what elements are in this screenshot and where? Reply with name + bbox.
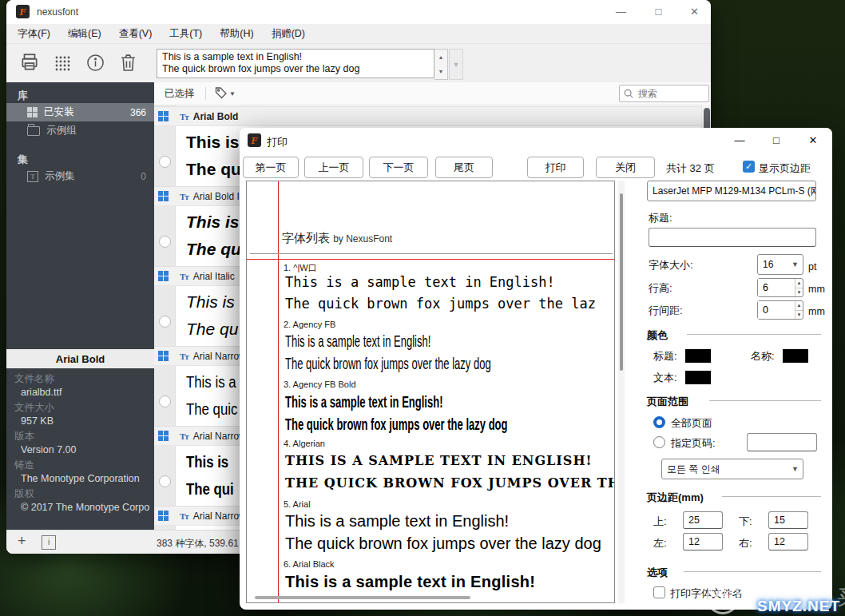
print-icon[interactable]	[19, 52, 40, 73]
file-name-value: arialbd.ttf	[21, 387, 150, 398]
preview-entry-line: This is a sample text in English!	[285, 332, 430, 351]
sidebar-item-sample-group[interactable]: 示例组	[6, 121, 154, 140]
status-text: 383 种字体, 539.61 M	[157, 537, 240, 550]
menubar: 字体(F) 编辑(E) 查看(V) 工具(T) 帮助(H) 捐赠(D)	[6, 24, 711, 44]
minimize-button[interactable]: —	[733, 128, 746, 153]
font-type-icon: Tᴛ	[180, 511, 188, 521]
total-pages-text: 共计 32 页	[666, 161, 715, 176]
show-margins-checkbox[interactable]: ✓	[743, 161, 755, 173]
sample-text-spinner[interactable]: ▲▼	[434, 49, 448, 80]
font-row-radio[interactable]	[159, 395, 171, 407]
printer-select[interactable]: LaserJet MFP M129-M134 PCLm-S (网	[647, 181, 816, 201]
close-button[interactable]: ✕	[807, 128, 819, 153]
font-row-radio[interactable]	[159, 236, 171, 248]
line-height-label: 行高:	[649, 281, 672, 296]
text-color-swatch[interactable]	[685, 371, 711, 384]
prev-page-button[interactable]: 上一页	[304, 157, 363, 178]
all-pages-radio[interactable]	[653, 416, 665, 428]
minimize-button[interactable]: —	[615, 0, 627, 24]
print-font-size-select[interactable]: 16▼	[757, 254, 803, 275]
last-page-button[interactable]: 尾页	[435, 157, 493, 178]
sidebar-item-sample-set[interactable]: T 示例集 0	[6, 167, 154, 185]
font-row-header[interactable]: Tᴛ Arial Bold	[154, 106, 711, 126]
sidebar-item-installed[interactable]: 已安装 366	[6, 103, 154, 121]
sample-text-line2: The quick brown fox jumps over the lazy …	[162, 63, 429, 75]
close-print-button[interactable]: 关闭	[596, 157, 655, 178]
tag-dropdown-icon[interactable]: ▼	[229, 90, 236, 97]
preview-vscrollbar-thumb[interactable]	[620, 193, 623, 371]
title-color-swatch[interactable]	[685, 349, 711, 363]
margin-bottom-input[interactable]	[768, 511, 808, 529]
font-row-radio[interactable]	[159, 316, 171, 328]
sets-header: 集	[18, 153, 28, 167]
maximize-button[interactable]: □	[653, 0, 664, 24]
list-scrollbar-thumb[interactable]	[704, 108, 710, 130]
selected-button[interactable]: 已选择	[165, 87, 195, 101]
grid-view-icon[interactable]	[54, 55, 70, 71]
maximize-button[interactable]: □	[770, 128, 783, 153]
search-box[interactable]	[619, 85, 709, 102]
sample-text-input[interactable]: This is a sample text in English! The qu…	[157, 49, 434, 78]
close-button[interactable]: ✕	[688, 0, 700, 24]
copyright-label: 版权	[14, 487, 34, 501]
page-numbers-input[interactable]	[747, 433, 817, 451]
title-input[interactable]	[649, 228, 816, 247]
header-rule	[250, 253, 613, 254]
preview-entry-label: 1. ^|W口	[284, 262, 317, 274]
font-row-radio[interactable]	[159, 156, 171, 168]
sample-history-dropdown[interactable]: ▼	[449, 49, 463, 80]
sample-text-line1: This is a sample text in English!	[162, 51, 429, 63]
font-type-icon: Tᴛ	[180, 431, 188, 441]
margin-right-input[interactable]	[768, 533, 808, 550]
search-icon	[624, 89, 633, 98]
print-dialog-titlebar[interactable]: F 打印 — □ ✕	[240, 128, 832, 153]
line-height-spinner[interactable]: ▲▼	[757, 278, 803, 297]
menu-donate[interactable]: 捐赠(D)	[272, 27, 305, 41]
menu-help[interactable]: 帮助(H)	[220, 27, 253, 41]
first-page-button[interactable]: 第一页	[243, 157, 299, 178]
line-gap-spinner[interactable]: ▲▼	[757, 300, 803, 320]
print-font-file-checkbox[interactable]	[653, 586, 665, 598]
file-size-value: 957 KB	[21, 415, 150, 427]
all-pages-label: 全部页面	[671, 416, 712, 431]
tag-icon[interactable]	[215, 86, 228, 99]
foundry-value: The Monotype Corporation	[21, 473, 150, 484]
preview-entry-label: 5. Arial	[284, 499, 311, 509]
menu-edit[interactable]: 编辑(E)	[68, 27, 101, 41]
chevron-down-icon: ▼	[791, 260, 799, 268]
margin-right-label: 右:	[739, 536, 752, 550]
info-box-icon[interactable]: i	[42, 535, 56, 550]
next-page-button[interactable]: 下一页	[369, 157, 428, 178]
margin-left-input[interactable]	[683, 533, 723, 550]
name-color-swatch[interactable]	[783, 349, 808, 363]
sample-set-count: 0	[141, 171, 146, 182]
info-icon[interactable]	[86, 54, 105, 72]
preview-hscrollbar[interactable]	[255, 596, 470, 599]
font-row-name: Arial Narrow	[193, 431, 246, 442]
color-text-label: 文本:	[653, 371, 677, 385]
margins-header: 页边距(mm)	[647, 491, 704, 505]
menu-font[interactable]: 字体(F)	[18, 27, 50, 41]
main-titlebar[interactable]: F nexusfont — □ ✕	[6, 0, 711, 24]
font-row-name: Arial Italic	[193, 271, 235, 282]
menu-view[interactable]: 查看(V)	[119, 27, 153, 41]
preview-vscrollbar[interactable]	[618, 181, 625, 603]
search-input[interactable]	[637, 87, 704, 100]
windows-logo-icon	[158, 351, 169, 361]
app-icon: F	[248, 133, 261, 147]
trash-icon[interactable]	[120, 54, 137, 72]
add-icon[interactable]: +	[18, 533, 26, 550]
font-row-name: Arial Bold	[193, 111, 239, 122]
margin-top-input[interactable]	[683, 511, 723, 529]
specify-pages-radio[interactable]	[653, 436, 665, 448]
color-name-label: 名称:	[751, 349, 775, 364]
font-row-radio[interactable]	[159, 475, 171, 487]
print-pages-select[interactable]: 모든 쪽 인쇄▼	[661, 459, 803, 479]
margin-top-label: 上:	[653, 515, 667, 529]
font-size-unit: pt	[808, 261, 816, 272]
preview-entry-line: This is a sample text in English!	[285, 392, 443, 411]
watermark-site-url: SMYZ.NET	[757, 598, 840, 615]
print-button[interactable]: 打印	[527, 157, 584, 178]
print-preview[interactable]: 字体列表 by NexusFont 1. ^|W口 This is a samp…	[246, 181, 615, 603]
menu-tools[interactable]: 工具(T)	[169, 27, 202, 41]
